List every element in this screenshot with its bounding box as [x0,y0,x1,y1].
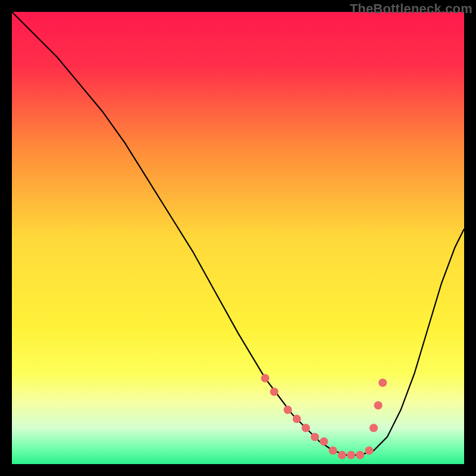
gradient-background [12,12,464,464]
marker-point [329,446,337,455]
chart-frame [12,12,464,464]
marker-point [320,437,328,446]
marker-point [338,451,346,459]
marker-point [284,406,292,414]
marker-point [293,415,301,423]
marker-point [261,374,270,383]
marker-point [356,451,364,459]
marker-point [378,378,387,387]
marker-point [270,387,278,396]
watermark-text: TheBottleneck.com [350,1,472,17]
bottleneck-chart [12,12,464,464]
marker-point [311,433,319,441]
marker-point [347,451,355,459]
marker-point [369,424,378,432]
marker-point [365,446,373,455]
marker-point [302,424,310,432]
marker-point [374,401,383,409]
